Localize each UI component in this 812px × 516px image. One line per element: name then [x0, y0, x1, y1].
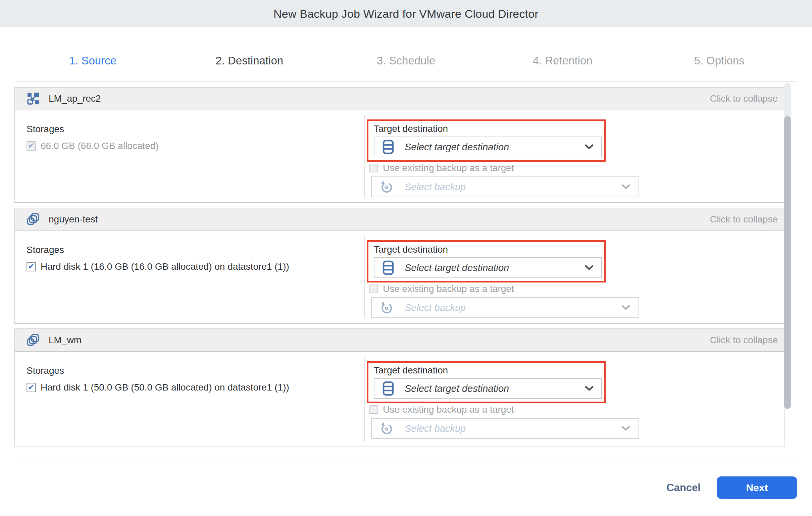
backup-restore-icon — [379, 179, 394, 194]
column-divider — [365, 236, 365, 318]
chevron-down-icon — [621, 184, 631, 190]
tab-schedule[interactable]: 3. Schedule — [328, 34, 485, 88]
target-destination-dropdown[interactable]: Select target destination — [374, 378, 602, 399]
vertical-scrollbar-thumb[interactable] — [784, 116, 791, 409]
target-destination-highlight: Target destination Select target destina… — [367, 119, 606, 162]
target-destination-highlight: Target destination Select target destina… — [367, 361, 606, 403]
use-existing-label: Use existing backup as a target — [383, 404, 514, 415]
section-header[interactable]: LM_ap_rec2 Click to collapse — [15, 88, 784, 110]
use-existing-checkbox — [370, 285, 378, 293]
storage-target-icon — [382, 260, 394, 275]
storages-label: Storages — [27, 365, 289, 376]
chevron-down-icon — [621, 305, 631, 311]
use-existing-row: Use existing backup as a target — [370, 404, 514, 415]
vapp-icon — [27, 92, 40, 105]
select-backup-placeholder: Select backup — [405, 181, 466, 193]
select-backup-dropdown: Select backup — [371, 176, 639, 197]
section-card: LM_ap_rec2 Click to collapse Storages ✔ … — [14, 87, 784, 203]
storage-row: ✔ Hard disk 1 (50.0 GB (50.0 GB allocate… — [27, 382, 289, 393]
storage-target-icon — [382, 381, 394, 396]
target-destination-dropdown[interactable]: Select target destination — [374, 137, 602, 157]
wizard-dialog: New Backup Job Wizard for VMware Cloud D… — [0, 0, 812, 516]
dialog-titlebar: New Backup Job Wizard for VMware Cloud D… — [0, 0, 812, 27]
select-backup-dropdown: Select backup — [371, 418, 639, 439]
target-destination-label: Target destination — [374, 123, 604, 134]
tab-source[interactable]: 1. Source — [14, 34, 171, 88]
select-backup-placeholder: Select backup — [405, 302, 466, 313]
section-card: LM_wm Click to collapse Storages ✔ Hard … — [14, 328, 784, 447]
target-destination-dropdown[interactable]: Select target destination — [374, 257, 602, 278]
footer-actions: Cancel Next — [666, 477, 797, 499]
storages-label: Storages — [27, 245, 289, 255]
tab-retention[interactable]: 4. Retention — [484, 34, 641, 88]
target-destination-label: Target destination — [374, 365, 604, 376]
tab-destination[interactable]: 2. Destination — [171, 34, 328, 88]
storage-row: ✔ Hard disk 1 (16.0 GB (16.0 GB allocate… — [27, 261, 289, 272]
column-divider — [365, 356, 365, 442]
section-title: LM_wm — [49, 335, 82, 346]
storage-label: Hard disk 1 (50.0 GB (50.0 GB allocated)… — [40, 382, 289, 393]
section-title: nguyen-test — [49, 214, 98, 225]
target-destination-highlight: Target destination Select target destina… — [367, 240, 606, 283]
collapse-hint[interactable]: Click to collapse — [710, 93, 778, 104]
section-card: nguyen-test Click to collapse Storages ✔… — [14, 208, 784, 324]
select-backup-dropdown: Select backup — [371, 297, 639, 318]
chevron-down-icon — [621, 425, 631, 431]
target-destination-label: Target destination — [374, 244, 604, 255]
storage-row: ✔ 66.0 GB (66.0 GB allocated) — [27, 141, 159, 151]
next-button[interactable]: Next — [717, 477, 797, 499]
use-existing-checkbox — [370, 405, 378, 414]
storages-label: Storages — [27, 124, 159, 135]
target-destination-placeholder: Select target destination — [405, 383, 509, 394]
storage-checkbox[interactable]: ✔ — [27, 383, 36, 392]
storage-label: Hard disk 1 (16.0 GB (16.0 GB allocated)… — [40, 261, 289, 272]
wizard-steps: 1. Source 2. Destination 3. Schedule 4. … — [14, 34, 798, 88]
backup-restore-icon — [379, 300, 394, 315]
cancel-button[interactable]: Cancel — [666, 482, 701, 494]
section-title: LM_ap_rec2 — [49, 93, 101, 104]
chevron-down-icon — [584, 265, 594, 271]
dialog-title: New Backup Job Wizard for VMware Cloud D… — [273, 7, 539, 21]
vm-icon — [27, 213, 40, 226]
chevron-down-icon — [584, 144, 594, 150]
chevron-down-icon — [584, 385, 594, 392]
content-top-divider — [14, 81, 798, 82]
section-header[interactable]: nguyen-test Click to collapse — [15, 208, 784, 231]
backup-restore-icon — [379, 421, 394, 436]
target-destination-placeholder: Select target destination — [405, 262, 509, 274]
collapse-hint[interactable]: Click to collapse — [710, 214, 778, 225]
footer-divider — [14, 463, 798, 463]
use-existing-checkbox — [370, 164, 378, 172]
use-existing-label: Use existing backup as a target — [383, 284, 514, 294]
use-existing-row: Use existing backup as a target — [370, 163, 514, 173]
use-existing-label: Use existing backup as a target — [383, 163, 514, 173]
storage-checkbox: ✔ — [27, 141, 36, 151]
vertical-scrollbar-track[interactable] — [784, 83, 791, 409]
storage-checkbox[interactable]: ✔ — [27, 262, 36, 271]
use-existing-row: Use existing backup as a target — [370, 284, 514, 294]
target-destination-placeholder: Select target destination — [405, 142, 509, 153]
tab-options[interactable]: 5. Options — [641, 34, 798, 88]
column-divider — [365, 115, 365, 198]
section-header[interactable]: LM_wm Click to collapse — [15, 329, 784, 352]
vm-icon — [27, 334, 40, 347]
select-backup-placeholder: Select backup — [405, 423, 466, 434]
collapse-hint[interactable]: Click to collapse — [710, 335, 778, 346]
storage-label: 66.0 GB (66.0 GB allocated) — [40, 141, 159, 151]
storage-target-icon — [382, 140, 394, 154]
